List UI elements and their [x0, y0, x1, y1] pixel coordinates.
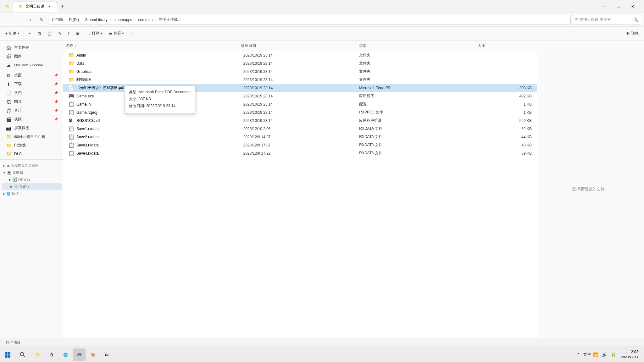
dd-expander[interactable]: ▶ 💿 D (D:) [2, 183, 62, 190]
sidebar-item-fcgame[interactable]: 📁 Fc游戏 [2, 141, 62, 150]
cut-button[interactable]: ✂ [26, 29, 34, 39]
save1-icon: 📋 [68, 126, 75, 132]
column-header-date[interactable]: 修改日期 [238, 42, 357, 50]
sidebar-item-dlc[interactable]: 📁 DLC [2, 150, 62, 158]
thispc-expander[interactable]: ▼ 💻 此电脑 [0, 169, 63, 176]
share-button[interactable]: ⤴ [65, 29, 72, 39]
sidebar-item-pictures[interactable]: 🖼 图片 📌 [2, 97, 62, 106]
sidebar-item-music[interactable]: 🎵 音乐 📌 [2, 106, 62, 115]
taskbar-penguin[interactable]: 🐧 [45, 348, 58, 361]
copy-button[interactable]: ⊡ [35, 29, 43, 39]
sidebar-label-gallery: 图库 [14, 54, 58, 59]
new-button[interactable]: + 新建 ▾ [3, 29, 22, 39]
lang-en: 英 [583, 352, 587, 357]
sidebar-item-screenshots[interactable]: 📷 屏幕截图 [2, 124, 62, 132]
toolbar-separator-2 [84, 30, 84, 37]
file-row-audio[interactable]: 📁 Audio 2023/10/19 23:14 文件夹 [63, 51, 537, 59]
file-date-save1: 2023/12/10 2:05 [241, 127, 357, 131]
file-name-gameexe: Game.exe [76, 94, 94, 98]
taskbar-folder2[interactable]: 🗂 [101, 348, 113, 361]
up-button[interactable]: ↑ [25, 15, 36, 25]
sort-button[interactable]: ↕ 排序 ▾ [86, 29, 105, 39]
taskbar-browser[interactable]: 🌐 [59, 348, 72, 361]
wifi-icon[interactable]: 📶 [592, 351, 600, 359]
file-row-save2[interactable]: 📋 Save2.rxdata 2023/12/9 14:37 RXDATA 文件… [63, 133, 537, 141]
system-clock[interactable]: 2:03 2023/12/11 [619, 349, 640, 359]
close-button[interactable]: ✕ [625, 2, 640, 12]
new-tab-button[interactable]: + [57, 2, 67, 12]
breadcrumb-current[interactable]: 光明王传说 [159, 17, 178, 22]
lang-indicators[interactable]: 英 拼 [583, 352, 591, 357]
col-type-label: 类型 [359, 43, 367, 48]
file-name-save3: Save3.rxdata [76, 143, 99, 147]
sidebar-item-600game[interactable]: 📁 600个小霸王-红白机 [2, 133, 62, 141]
file-row-rgss[interactable]: ⚙ RGSS103J.dll 2023/10/19 23:14 应用程序扩展 5… [63, 117, 537, 125]
column-header-type[interactable]: 类型 [357, 42, 475, 50]
paste-button[interactable]: 📋 [45, 29, 54, 39]
view-button[interactable]: ☰ 查看 ▾ [106, 29, 126, 39]
file-row-data[interactable]: 📁 Data 2023/10/19 23:14 文件夹 [63, 59, 537, 68]
refresh-button[interactable]: ↻ [37, 15, 47, 25]
breadcrumb-d-drive[interactable]: D (D:) [69, 18, 79, 22]
sidebar-item-documents[interactable]: 📄 文档 📌 [2, 89, 62, 97]
sidebar-item-videos[interactable]: 🎬 视频 📌 [2, 115, 62, 123]
file-row-graphics[interactable]: 📁 Graphics 2023/10/19 23:14 文件夹 [63, 68, 537, 76]
baidu-expander[interactable]: ▶ ☁ 百度网盘同步空间 [0, 162, 63, 169]
sidebar-label-desktop: 桌面 [14, 73, 52, 78]
file-row-save3[interactable]: 📋 Save3.rxdata 2023/12/9 17:07 RXDATA 文件… [63, 141, 537, 149]
battery-icon[interactable]: 🔋 [610, 351, 617, 359]
file-tooltip: 类型: Microsoft Edge PDF Document 大小: 307 … [124, 86, 195, 114]
taskbar-game-steam[interactable]: 🎮 [73, 348, 86, 361]
onedrive-icon: ☁ [5, 63, 12, 68]
file-row-bonus[interactable]: 📁 附赠插画 2023/10/19 23:14 文件夹 [63, 76, 537, 84]
file-type-pdf: Microsoft Edge PD... [357, 86, 473, 90]
network-expander[interactable]: ▶ 🌐 网络 [0, 190, 63, 197]
file-date-save3: 2023/12/9 17:07 [241, 143, 357, 147]
tab-close-button[interactable]: ✕ [47, 4, 52, 9]
osc-expander[interactable]: ▶ 💽 OS (C:) [0, 176, 63, 183]
breadcrumb-steamlibrary[interactable]: SteamLibrary [85, 18, 108, 22]
desktop-icon: 🖥 [5, 73, 12, 78]
breadcrumb-steamapps[interactable]: steamapps [114, 18, 132, 22]
address-bar[interactable]: 此电脑 › D (D:) › SteamLibrary › steamapps … [48, 15, 571, 25]
rename-button[interactable]: ✎ [56, 29, 64, 39]
column-header-size[interactable]: 大小 [475, 42, 537, 50]
tray-chevron[interactable]: ⌃ [575, 351, 582, 359]
maximize-button[interactable]: □ [611, 2, 625, 12]
more-button[interactable]: ··· [128, 29, 138, 39]
sidebar-item-downloads[interactable]: ⬇ 下载 📌 [2, 80, 62, 88]
start-button[interactable] [0, 347, 15, 362]
dll-icon: ⚙ [68, 118, 75, 123]
taskbar-paint[interactable]: 🎨 [87, 348, 99, 361]
svg-line-5 [23, 355, 25, 357]
breadcrumb-desktop[interactable]: 此电脑 [52, 17, 63, 22]
file-type-rgss: 应用程序扩展 [357, 118, 473, 123]
paste-icon: 📋 [47, 31, 52, 36]
file-row-save4[interactable]: 📋 Save4.rxdata 2023/12/9 17:22 RXDATA 文件… [63, 149, 537, 157]
taskbar-file-explorer[interactable]: 📁 [31, 348, 44, 361]
volume-icon[interactable]: 🔊 [601, 351, 608, 359]
file-row-save1[interactable]: 📋 Save1.rxdata 2023/12/10 2:05 RXDATA 文件… [63, 125, 537, 133]
forward-button[interactable]: → [14, 15, 24, 25]
back-button[interactable]: ← [3, 15, 13, 25]
sidebar-item-gallery[interactable]: 🖼 图库 [2, 52, 62, 61]
minimize-button[interactable]: ─ [597, 2, 611, 12]
sidebar: 🏠 主文件夹 🖼 图库 ☁ OneDrive - Person... 🖥 桌面 … [0, 41, 63, 338]
delete-button[interactable]: 🗑 [73, 29, 82, 39]
file-name-gamerxproj: Game.rxproj [76, 110, 97, 115]
col-date-label: 修改日期 [241, 43, 256, 48]
sidebar-item-onedrive[interactable]: ☁ OneDrive - Person... [2, 61, 62, 69]
file-name-graphics: Graphics [76, 69, 92, 74]
active-tab[interactable]: 📁 光明王传说 ✕ [13, 2, 57, 12]
network-label: 网络 [12, 191, 19, 196]
breadcrumb-common[interactable]: common [138, 18, 153, 22]
sidebar-item-favorites[interactable]: 🏠 主文件夹 [2, 43, 62, 52]
documents-icon: 📄 [5, 90, 12, 96]
sidebar-item-desktop[interactable]: 🖥 桌面 📌 [2, 71, 62, 80]
taskbar-search-button[interactable] [15, 347, 30, 362]
column-header-name[interactable]: 名称 ▲ [63, 42, 238, 50]
search-box[interactable]: 在 光明王传说 中搜索 🔍 [572, 15, 641, 25]
view-label: 查看 ▾ [114, 31, 124, 36]
file-size-save4: 69 KB [473, 151, 537, 156]
preview-button[interactable]: 👁 预览 [624, 29, 641, 39]
